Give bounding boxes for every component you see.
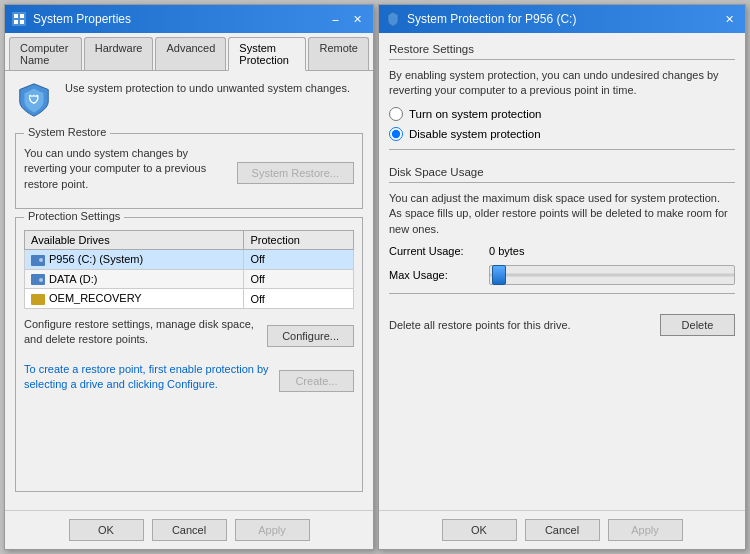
apply-button-left[interactable]: Apply	[235, 519, 310, 541]
right-window-title: System Protection for P956 (C:)	[407, 12, 576, 26]
drive-name-0: P956 (C:) (System)	[25, 250, 244, 270]
right-bottom-buttons: OK Cancel Apply	[379, 510, 745, 549]
svg-rect-4	[20, 20, 24, 24]
tab-remote[interactable]: Remote	[308, 37, 369, 70]
top-description-text: Use system protection to undo unwanted s…	[65, 81, 350, 96]
title-bar-controls: ‒ ✕	[325, 9, 367, 29]
drive-row-0[interactable]: P956 (C:) (System)Off	[25, 250, 354, 270]
tab-computer-name[interactable]: Computer Name	[9, 37, 82, 70]
protection-settings-group: Protection Settings Available Drives Pro…	[15, 217, 363, 492]
right-close-button[interactable]: ✕	[719, 9, 739, 29]
radio-turn-on-label: Turn on system protection	[409, 108, 542, 120]
radio-disable-label: Disable system protection	[409, 128, 541, 140]
drive-name-2: OEM_RECOVERY	[25, 289, 244, 309]
current-usage-row: Current Usage: 0 bytes	[389, 245, 735, 257]
tab-hardware[interactable]: Hardware	[84, 37, 154, 70]
slider-track-area	[489, 265, 735, 285]
top-description-area: 🛡 Use system protection to undo unwanted…	[15, 81, 363, 121]
slider-thumb[interactable]	[492, 265, 506, 285]
max-usage-label: Max Usage:	[389, 269, 479, 281]
right-title-bar-left: System Protection for P956 (C:)	[385, 11, 576, 27]
title-bar-left: System Properties	[11, 11, 131, 27]
radio-turn-on-input[interactable]	[389, 107, 403, 121]
system-restore-button[interactable]: System Restore...	[237, 162, 354, 184]
left-window-title: System Properties	[33, 12, 131, 26]
svg-rect-3	[14, 20, 18, 24]
disk-space-section: Disk Space Usage You can adjust the maxi…	[389, 166, 735, 336]
col-protection: Protection	[244, 231, 354, 250]
tab-advanced[interactable]: Advanced	[155, 37, 226, 70]
right-title-icon	[385, 11, 401, 27]
cancel-button-right[interactable]: Cancel	[525, 519, 600, 541]
shield-icon-area: 🛡	[15, 81, 55, 121]
delete-row: Delete all restore points for this drive…	[389, 306, 735, 336]
drives-table: Available Drives Protection P956 (C:) (S…	[24, 230, 354, 309]
right-title-bar: System Protection for P956 (C:) ✕	[379, 5, 745, 33]
svg-rect-1	[14, 14, 18, 18]
system-restore-desc: You can undo system changes by reverting…	[24, 146, 227, 192]
system-restore-group: System Restore You can undo system chang…	[15, 133, 363, 209]
current-usage-value: 0 bytes	[489, 245, 524, 257]
drive-protection-1: Off	[244, 269, 354, 289]
cancel-button-left[interactable]: Cancel	[152, 519, 227, 541]
current-usage-label: Current Usage:	[389, 245, 479, 257]
radio-turn-on[interactable]: Turn on system protection	[389, 107, 735, 121]
restore-settings-section: Restore Settings By enabling system prot…	[389, 43, 735, 141]
hdd-icon	[31, 255, 45, 266]
drive-name-1: DATA (D:)	[25, 269, 244, 289]
configure-desc: Configure restore settings, manage disk …	[24, 317, 257, 348]
protection-settings-content: Available Drives Protection P956 (C:) (S…	[24, 230, 354, 400]
radio-disable[interactable]: Disable system protection	[389, 127, 735, 141]
restore-settings-desc: By enabling system protection, you can u…	[389, 68, 735, 99]
ok-button-left[interactable]: OK	[69, 519, 144, 541]
usb-icon	[31, 294, 45, 305]
right-content: Restore Settings By enabling system prot…	[379, 33, 745, 510]
drive-row-2[interactable]: OEM_RECOVERYOff	[25, 289, 354, 309]
disk-space-header: Disk Space Usage	[389, 166, 735, 183]
right-title-controls: ✕	[719, 9, 739, 29]
slider-track	[490, 273, 734, 276]
left-title-bar: System Properties ‒ ✕	[5, 5, 373, 33]
drive-row-1[interactable]: DATA (D:)Off	[25, 269, 354, 289]
minimize-button[interactable]: ‒	[325, 9, 345, 29]
delete-button[interactable]: Delete	[660, 314, 735, 336]
radio-group: Turn on system protection Disable system…	[389, 107, 735, 141]
create-desc: To create a restore point, first enable …	[24, 362, 269, 393]
delete-separator	[389, 293, 735, 294]
radio-disable-input[interactable]	[389, 127, 403, 141]
tab-system-protection[interactable]: System Protection	[228, 37, 306, 71]
svg-rect-2	[20, 14, 24, 18]
delete-label: Delete all restore points for this drive…	[389, 319, 571, 331]
system-properties-icon	[11, 11, 27, 27]
slider-container	[489, 265, 735, 285]
disk-space-desc: You can adjust the maximum disk space us…	[389, 191, 735, 237]
drive-protection-2: Off	[244, 289, 354, 309]
ok-button-right[interactable]: OK	[442, 519, 517, 541]
separator	[389, 149, 735, 150]
max-usage-row: Max Usage:	[389, 265, 735, 285]
system-properties-window: System Properties ‒ ✕ Computer Name Hard…	[4, 4, 374, 550]
system-protection-window: System Protection for P956 (C:) ✕ Restor…	[378, 4, 746, 550]
shield-icon: 🛡	[15, 81, 53, 119]
system-restore-content: You can undo system changes by reverting…	[24, 146, 354, 200]
hdd-icon	[31, 274, 45, 285]
col-available-drives: Available Drives	[25, 231, 244, 250]
drive-protection-0: Off	[244, 250, 354, 270]
system-restore-title: System Restore	[24, 126, 110, 138]
create-button[interactable]: Create...	[279, 370, 354, 392]
left-bottom-buttons: OK Cancel Apply	[5, 510, 373, 549]
svg-text:🛡: 🛡	[28, 94, 39, 106]
close-button[interactable]: ✕	[347, 9, 367, 29]
configure-button[interactable]: Configure...	[267, 325, 354, 347]
protection-settings-title: Protection Settings	[24, 210, 124, 222]
restore-settings-header: Restore Settings	[389, 43, 735, 60]
left-content: 🛡 Use system protection to undo unwanted…	[5, 71, 373, 510]
tab-bar: Computer Name Hardware Advanced System P…	[5, 33, 373, 71]
apply-button-right[interactable]: Apply	[608, 519, 683, 541]
